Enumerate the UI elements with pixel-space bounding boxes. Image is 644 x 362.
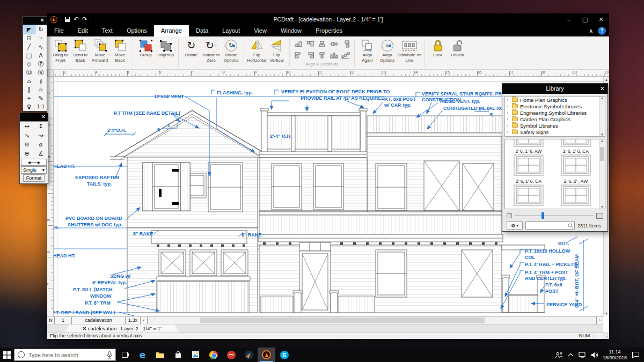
chevron-right-icon[interactable]: › xyxy=(507,97,510,102)
vertical-dimension-tool-icon[interactable]: ↕ xyxy=(34,122,48,131)
select-tool-icon[interactable]: ◤ xyxy=(23,25,35,34)
move-forward-button[interactable]: Move Forward xyxy=(90,38,110,69)
library-thumbs-scrollbar[interactable]: ▲ ▼ xyxy=(599,139,605,209)
align-top-icon[interactable] xyxy=(304,38,316,49)
polygon-tool-icon[interactable]: ◇ xyxy=(23,60,35,68)
format-button[interactable]: Format xyxy=(23,174,45,182)
rotate-button[interactable]: ↻ Rotate xyxy=(181,38,201,69)
leader-dimension-tool-icon[interactable]: ↝ xyxy=(34,131,48,140)
library-folder-home-plan-graphics[interactable]: ›Home Plan Graphics xyxy=(505,97,605,103)
rotate-to-zero-button[interactable]: ↻○ Rotate to Zero xyxy=(201,38,221,69)
library-close-icon[interactable]: ✕ xyxy=(600,84,605,94)
chrome-icon[interactable] xyxy=(204,348,222,362)
photos-app-icon[interactable] xyxy=(187,348,204,362)
horizontal-ruler[interactable]: 34567891011121314151617181920 xyxy=(54,70,609,77)
menu-text[interactable]: Text xyxy=(95,25,120,36)
library-folder-garden-plan-graphics[interactable]: ›Garden Plan Graphics xyxy=(505,116,605,122)
horizontal-dimension-tool-icon[interactable]: ↔ xyxy=(20,122,34,131)
plumb-tool-icon[interactable]: ♀ xyxy=(23,102,35,111)
thumb-scroll-thumb[interactable] xyxy=(600,147,604,161)
maps-app-icon[interactable] xyxy=(240,348,258,362)
send-to-back-button[interactable]: Send to Back xyxy=(70,38,90,69)
network-icon[interactable] xyxy=(579,352,586,358)
app-icon-red[interactable] xyxy=(222,348,240,362)
distribute-stair-icon[interactable] xyxy=(340,49,352,61)
large-thumbnails-icon[interactable] xyxy=(596,213,603,219)
page-indicator[interactable]: 1 xyxy=(55,317,72,324)
scroll-down-icon[interactable]: ▼ xyxy=(599,133,605,136)
microphone-icon[interactable] xyxy=(107,351,112,359)
radius-dimension-tool-icon[interactable]: ⌀ xyxy=(34,140,48,149)
pane-n-button[interactable]: N xyxy=(47,317,55,324)
library-folder-safety-signs[interactable]: ›Safety Signs xyxy=(505,129,605,135)
menu-data[interactable]: Data xyxy=(189,25,215,36)
chevron-right-icon[interactable]: › xyxy=(507,104,510,109)
flip-horizontal-button[interactable]: Flip Horizontal xyxy=(247,38,267,69)
scroll-left-icon[interactable]: ‹ xyxy=(141,317,148,324)
parallel-polygon-tool-icon[interactable]: Ⓟ xyxy=(35,60,47,68)
palette-title-bar[interactable]: ✕ xyxy=(20,113,48,121)
center-mark-tool-icon[interactable]: ⌖ xyxy=(23,94,35,102)
align-bottom-icon[interactable] xyxy=(292,38,304,49)
chevron-right-icon[interactable]: › xyxy=(507,129,510,135)
taskbar-search[interactable]: Type here to search xyxy=(14,349,116,361)
library-folder-engineering-symbol-libraries[interactable]: ›Engineering Symbol Libraries xyxy=(505,109,605,116)
resize-grip[interactable] xyxy=(603,334,608,338)
scroll-up-icon[interactable]: ▲ xyxy=(604,77,609,83)
irregular-polygon-tool-icon[interactable]: ⌂ xyxy=(23,77,35,85)
menu-window[interactable]: Window xyxy=(274,25,309,36)
palette-close-icon[interactable]: ✕ xyxy=(40,17,45,23)
small-thumbnails-icon[interactable] xyxy=(507,213,512,218)
speaker-icon[interactable] xyxy=(591,352,598,358)
align-center-horizontal-icon[interactable] xyxy=(328,38,340,49)
menu-properties[interactable]: Properties xyxy=(309,25,349,36)
rotate-tool-icon[interactable]: ↻ xyxy=(35,25,47,34)
distribute-on-line-button[interactable]: Distribute on Line xyxy=(397,38,422,69)
align-right-icon[interactable] xyxy=(304,49,316,61)
lock-button[interactable]: Lock xyxy=(428,38,448,69)
skype-icon[interactable]: S xyxy=(275,348,293,362)
sheet-tab[interactable]: ✕ cadelevation - Layer-2 - 1/4" = 1' xyxy=(64,324,179,333)
start-button[interactable] xyxy=(0,348,14,362)
undo-icon[interactable]: ↶ xyxy=(74,16,79,23)
one-to-one-tool-icon[interactable]: 1:1 xyxy=(35,102,47,111)
chevron-right-icon[interactable]: › xyxy=(507,116,510,122)
tab-close-icon[interactable]: ✕ xyxy=(82,326,88,331)
thumbnail-size-slider[interactable] xyxy=(515,215,594,216)
center-dimension-tool-icon[interactable]: ⊕ xyxy=(20,149,34,158)
move-back-button[interactable]: Move Back xyxy=(110,38,130,69)
action-center-icon[interactable] xyxy=(632,351,640,358)
rounded-rect-tool-icon[interactable]: Ⓡ xyxy=(35,68,47,77)
distribute-bottom-icon[interactable] xyxy=(328,49,340,61)
maximize-button[interactable]: ▢ xyxy=(577,13,593,25)
library-title-bar[interactable]: Library ✕ xyxy=(502,84,608,94)
rectangle-tool-icon[interactable]: □ xyxy=(23,51,35,60)
marquee-tool-icon[interactable]: ⊡ xyxy=(23,34,35,42)
pcdraft-taskbar-icon[interactable] xyxy=(258,348,275,362)
edge-icon[interactable]: e xyxy=(134,348,151,362)
scroll-down-icon[interactable]: ▼ xyxy=(604,311,609,316)
library-thumbnail[interactable]: 2' 6, 2' , AW xyxy=(561,154,591,184)
align-left-icon[interactable] xyxy=(292,49,304,61)
palette-title-bar[interactable]: ✕ xyxy=(23,17,47,25)
menu-options[interactable]: Options xyxy=(120,25,154,36)
palette-close-icon[interactable]: ✕ xyxy=(41,114,46,120)
align-options-button[interactable]: ≡ Align Options xyxy=(377,38,397,69)
horizontal-scrollbar[interactable] xyxy=(148,317,596,324)
library-thumbnail[interactable]: 2' 6, 1' 6, CA xyxy=(514,154,544,184)
library-tree-scrollbar[interactable]: ▲ ▼ xyxy=(599,97,605,136)
menu-layout[interactable]: Layout xyxy=(215,25,247,36)
library-search-input[interactable] xyxy=(525,221,575,230)
eyedropper-tool-icon[interactable]: ✎ xyxy=(35,94,47,102)
chevron-up-icon[interactable] xyxy=(568,353,574,357)
dimension-line-tool[interactable]: ◄──► xyxy=(21,159,47,166)
group-button[interactable]: Group xyxy=(136,38,156,69)
save-icon[interactable] xyxy=(64,17,70,23)
library-thumbnail[interactable] xyxy=(561,184,591,208)
ungroup-button[interactable]: Ungroup xyxy=(156,38,175,69)
scroll-right-icon[interactable]: › xyxy=(596,317,603,324)
align-stack-icon[interactable] xyxy=(340,38,352,49)
star-tool-icon[interactable]: ☆ xyxy=(35,85,47,94)
document-name[interactable]: cadelevation xyxy=(72,317,126,324)
library-thumbnail[interactable] xyxy=(514,184,544,208)
